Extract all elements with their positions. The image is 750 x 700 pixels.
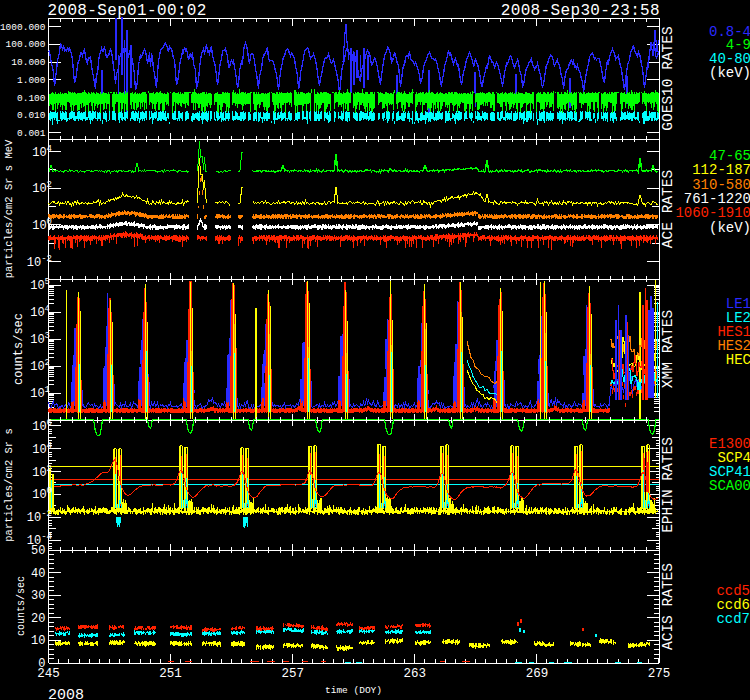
svg-text:30: 30 [31, 589, 45, 603]
svg-text:101: 101 [30, 385, 50, 401]
svg-text:XMM RATES: XMM RATES [660, 310, 676, 388]
svg-text:102: 102 [30, 358, 50, 374]
svg-text:104: 104 [32, 144, 52, 160]
svg-text:time (DOY): time (DOY) [325, 685, 382, 696]
svg-text:0.010: 0.010 [17, 110, 46, 121]
svg-text:2008: 2008 [48, 687, 84, 700]
svg-text:(keV): (keV) [709, 220, 750, 236]
svg-text:particles/cm2 Sr s MeV: particles/cm2 Sr s MeV [3, 139, 15, 278]
svg-text:SCA00: SCA00 [709, 478, 750, 494]
svg-text:10: 10 [31, 634, 45, 648]
svg-text:0.100: 0.100 [17, 93, 46, 104]
svg-text:40: 40 [31, 567, 45, 581]
svg-text:GOES10 RATES: GOES10 RATES [660, 26, 676, 130]
svg-text:275: 275 [648, 667, 671, 681]
svg-text:257: 257 [281, 667, 304, 681]
svg-text:104: 104 [30, 304, 50, 320]
svg-text:1.000: 1.000 [17, 75, 46, 86]
svg-text:HEC: HEC [726, 352, 750, 368]
svg-text:245: 245 [37, 667, 60, 681]
svg-text:103: 103 [30, 331, 50, 347]
svg-text:100: 100 [32, 217, 52, 233]
svg-text:269: 269 [526, 667, 549, 681]
svg-text:(keV): (keV) [709, 65, 750, 81]
svg-text:particles/cm2 Sr s: particles/cm2 Sr s [3, 428, 15, 541]
svg-text:0.001: 0.001 [17, 128, 46, 139]
svg-text:EPHIN RATES: EPHIN RATES [660, 437, 676, 533]
svg-text:263: 263 [404, 667, 427, 681]
svg-text:2008-Sep01-00:02: 2008-Sep01-00:02 [48, 2, 207, 20]
svg-text:ACE RATES: ACE RATES [660, 170, 676, 248]
svg-text:1000.000: 1000.000 [0, 22, 46, 33]
svg-text:105: 105 [30, 277, 50, 293]
svg-text:100.000: 100.000 [6, 39, 46, 50]
svg-text:ccd7: ccd7 [716, 611, 750, 627]
svg-text:102: 102 [32, 180, 52, 196]
svg-text:2008-Sep30-23:58: 2008-Sep30-23:58 [501, 2, 660, 20]
svg-text:ACIS RATES: ACIS RATES [660, 563, 676, 650]
svg-text:20: 20 [31, 612, 45, 626]
svg-text:10.000: 10.000 [11, 57, 46, 68]
svg-text:251: 251 [159, 667, 182, 681]
svg-text:counts/sec: counts/sec [12, 313, 26, 385]
svg-text:counts/sec: counts/sec [16, 576, 27, 636]
svg-text:50: 50 [31, 544, 45, 558]
